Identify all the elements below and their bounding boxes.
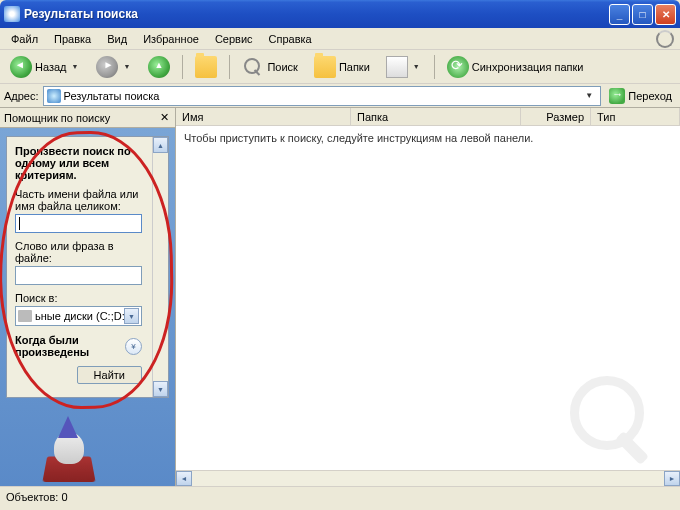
search-mascot-icon xyxy=(40,412,100,482)
address-icon xyxy=(47,89,61,103)
scroll-up-button[interactable]: ▲ xyxy=(153,137,168,153)
back-icon xyxy=(10,56,32,78)
address-value: Результаты поиска xyxy=(64,90,160,102)
titlebar[interactable]: Результаты поиска _ □ ✕ xyxy=(0,0,680,28)
forward-icon xyxy=(96,56,118,78)
col-size[interactable]: Размер xyxy=(521,108,591,125)
lookin-value: ьные диски (C:;D:) xyxy=(35,310,124,322)
search-form: ▲ ▼ Произвести поиск по одному или всем … xyxy=(6,136,169,398)
folders-shortcut-button[interactable] xyxy=(189,52,223,82)
col-name[interactable]: Имя xyxy=(176,108,351,125)
sidepanel-title: Помощник по поиску xyxy=(4,112,157,124)
throbber-icon xyxy=(654,28,676,50)
forward-dropdown-icon[interactable]: ▼ xyxy=(121,63,132,70)
views-button[interactable]: ▼ xyxy=(380,52,428,82)
views-dropdown-icon[interactable]: ▼ xyxy=(411,63,422,70)
hscroll-track[interactable] xyxy=(192,471,664,486)
drive-icon xyxy=(18,310,32,322)
menu-tools[interactable]: Сервис xyxy=(208,31,260,47)
sync-button[interactable]: Синхронизация папки xyxy=(441,52,590,82)
address-label: Адрес: xyxy=(4,90,39,102)
phrase-label: Слово или фраза в файле: xyxy=(15,240,142,264)
app-icon xyxy=(4,6,20,22)
search-watermark-icon xyxy=(570,376,660,466)
results-area: Имя Папка Размер Тип Чтобы приступить к … xyxy=(176,108,680,486)
col-type[interactable]: Тип xyxy=(591,108,680,125)
lookin-select[interactable]: ьные диски (C:;D:) ▼ xyxy=(15,306,142,326)
horizontal-scrollbar[interactable]: ◄ ► xyxy=(176,470,680,486)
go-button[interactable]: Переход xyxy=(605,87,676,105)
folder-shortcut-icon xyxy=(195,56,217,78)
views-icon xyxy=(386,56,408,78)
window-title: Результаты поиска xyxy=(24,7,609,21)
forward-button[interactable]: ▼ xyxy=(90,52,138,82)
lookin-label: Поиск в: xyxy=(15,292,142,304)
col-folder[interactable]: Папка xyxy=(351,108,521,125)
folders-label: Папки xyxy=(339,61,370,73)
filename-label: Часть имени файла или имя файла целиком: xyxy=(15,188,142,212)
separator xyxy=(182,55,183,79)
when-label: Когда были произведены xyxy=(15,334,125,358)
address-dropdown-icon[interactable]: ▼ xyxy=(581,91,597,100)
menu-view[interactable]: Вид xyxy=(100,31,134,47)
workspace: Помощник по поиску ✕ ▲ ▼ Произвести поис… xyxy=(0,108,680,486)
go-icon xyxy=(609,88,625,104)
sync-icon xyxy=(447,56,469,78)
search-heading: Произвести поиск по одному или всем крит… xyxy=(15,145,142,181)
sidepanel-header: Помощник по поиску ✕ xyxy=(0,108,175,128)
address-input[interactable]: Результаты поиска ▼ xyxy=(43,86,602,106)
sidepanel-close-button[interactable]: ✕ xyxy=(157,111,171,125)
search-label: Поиск xyxy=(267,61,297,73)
address-bar: Адрес: Результаты поиска ▼ Переход xyxy=(0,84,680,108)
form-scrollbar[interactable]: ▲ ▼ xyxy=(152,137,168,397)
separator xyxy=(434,55,435,79)
back-label: Назад xyxy=(35,61,67,73)
minimize-button[interactable]: _ xyxy=(609,4,630,25)
hscroll-right-button[interactable]: ► xyxy=(664,471,680,486)
chevron-down-icon[interactable]: ¥ xyxy=(125,338,142,355)
search-button[interactable]: Поиск xyxy=(236,52,303,82)
when-expander[interactable]: Когда были произведены ¥ xyxy=(15,334,142,358)
menu-favorites[interactable]: Избранное xyxy=(136,31,206,47)
back-dropdown-icon[interactable]: ▼ xyxy=(70,63,81,70)
phrase-input[interactable] xyxy=(15,266,142,285)
folders-button[interactable]: Папки xyxy=(308,52,376,82)
separator xyxy=(229,55,230,79)
column-headers: Имя Папка Размер Тип xyxy=(176,108,680,126)
menu-file[interactable]: Файл xyxy=(4,31,45,47)
sync-label: Синхронизация папки xyxy=(472,61,584,73)
search-icon xyxy=(242,56,264,78)
menu-edit[interactable]: Правка xyxy=(47,31,98,47)
statusbar: Объектов: 0 xyxy=(0,486,680,506)
hscroll-left-button[interactable]: ◄ xyxy=(176,471,192,486)
scroll-track[interactable] xyxy=(153,153,168,381)
lookin-dropdown-icon[interactable]: ▼ xyxy=(124,308,139,324)
back-button[interactable]: Назад ▼ xyxy=(4,52,86,82)
search-pane: ▲ ▼ Произвести поиск по одному или всем … xyxy=(0,128,175,486)
search-sidepanel: Помощник по поиску ✕ ▲ ▼ Произвести поис… xyxy=(0,108,176,486)
window-controls: _ □ ✕ xyxy=(609,4,676,25)
up-button[interactable] xyxy=(142,52,176,82)
go-label: Переход xyxy=(628,90,672,102)
filename-input[interactable] xyxy=(15,214,142,233)
toolbar: Назад ▼ ▼ Поиск Папки ▼ Синхронизация па… xyxy=(0,50,680,84)
status-objects: Объектов: 0 xyxy=(6,491,68,503)
folders-icon xyxy=(314,56,336,78)
menubar: Файл Правка Вид Избранное Сервис Справка xyxy=(0,28,680,50)
menu-help[interactable]: Справка xyxy=(262,31,319,47)
maximize-button[interactable]: □ xyxy=(632,4,653,25)
results-hint: Чтобы приступить к поиску, следуйте инст… xyxy=(176,126,680,150)
find-button[interactable]: Найти xyxy=(77,366,142,384)
close-button[interactable]: ✕ xyxy=(655,4,676,25)
scroll-down-button[interactable]: ▼ xyxy=(153,381,168,397)
up-icon xyxy=(148,56,170,78)
